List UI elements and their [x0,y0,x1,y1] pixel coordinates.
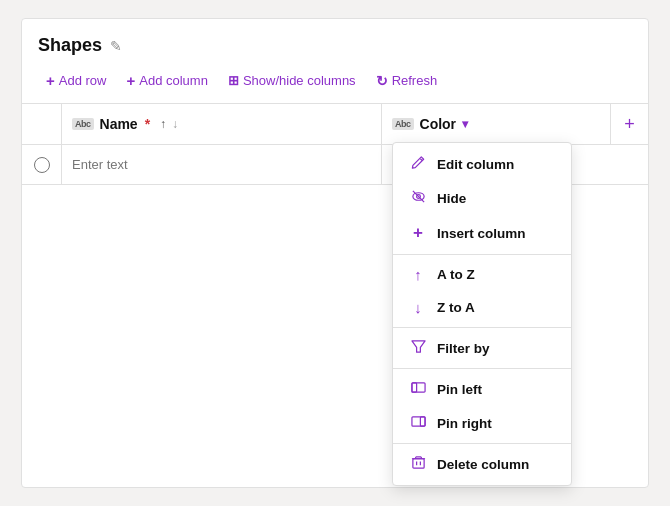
svg-rect-6 [411,417,424,426]
menu-item-a-to-z[interactable]: ↑ A to Z [393,258,571,291]
menu-item-insert-column[interactable]: + Insert column [393,215,571,251]
row-radio-cell [22,145,62,184]
menu-label-edit-column: Edit column [437,157,514,172]
refresh-button[interactable]: ↻ Refresh [368,69,446,93]
add-column-plus-button[interactable]: + [610,104,648,144]
sort-asc-icon[interactable]: ↑ [160,117,166,131]
filter-icon [409,339,427,357]
panel-title: Shapes [38,35,102,56]
menu-item-pin-left[interactable]: Pin left [393,372,571,406]
menu-label-pin-right: Pin right [437,416,492,431]
menu-item-filter-by[interactable]: Filter by [393,331,571,365]
menu-label-pin-left: Pin left [437,382,482,397]
divider-2 [393,327,571,328]
menu-label-filter-by: Filter by [437,341,490,356]
show-hide-button[interactable]: ⊞ Show/hide columns [220,69,364,92]
color-type-icon: Abc [392,118,414,130]
shapes-panel: Shapes ✎ + Add row + Add column ⊞ Show/h… [21,18,649,488]
show-hide-label: Show/hide columns [243,73,356,88]
menu-label-insert-column: Insert column [437,226,526,241]
refresh-label: Refresh [392,73,438,88]
sort-desc-icon[interactable]: ↓ [172,117,178,131]
add-row-button[interactable]: + Add row [38,68,114,93]
divider-3 [393,368,571,369]
plus-icon-2: + [126,72,135,89]
name-type-icon: Abc [72,118,94,130]
svg-marker-3 [411,341,424,352]
color-column-header: Abc Color ▾ Edit column [382,104,610,144]
menu-item-z-to-a[interactable]: ↓ Z to A [393,291,571,324]
pin-left-icon [409,380,427,398]
menu-item-pin-right[interactable]: Pin right [393,406,571,440]
panel-header: Shapes ✎ [22,35,648,68]
toolbar: + Add row + Add column ⊞ Show/hide colum… [22,68,648,104]
divider-1 [393,254,571,255]
refresh-icon: ↻ [376,73,388,89]
edit-title-icon[interactable]: ✎ [110,38,122,54]
color-column-label: Color [420,116,457,132]
grid-container: Abc Name * ↑ ↓ Abc Color ▾ [22,104,648,185]
column-dropdown-menu: Edit column Hide + [392,142,572,486]
menu-item-hide[interactable]: Hide [393,181,571,215]
arrow-down-icon: ↓ [409,299,427,316]
plus-icon: + [46,72,55,89]
menu-item-edit-column[interactable]: Edit column [393,147,571,181]
menu-item-delete-column[interactable]: Delete column [393,447,571,481]
eye-off-icon [409,189,427,207]
row-name-cell [62,145,382,184]
name-input[interactable] [72,157,371,172]
name-column-header: Abc Name * ↑ ↓ [62,104,382,144]
grid-header: Abc Name * ↑ ↓ Abc Color ▾ [22,104,648,145]
menu-label-z-to-a: Z to A [437,300,475,315]
pin-right-icon [409,414,427,432]
add-row-label: Add row [59,73,107,88]
svg-rect-8 [412,459,423,468]
divider-4 [393,443,571,444]
insert-column-icon: + [409,223,427,243]
arrow-up-icon: ↑ [409,266,427,283]
trash-icon [409,455,427,473]
svg-rect-7 [420,417,425,426]
add-column-button[interactable]: + Add column [118,68,215,93]
name-column-label: Name [100,116,138,132]
svg-rect-5 [411,383,416,392]
pencil-icon [409,155,427,173]
row-radio-input[interactable] [34,157,50,173]
menu-label-hide: Hide [437,191,466,206]
menu-label-a-to-z: A to Z [437,267,475,282]
svg-rect-4 [411,383,424,392]
required-star: * [145,116,150,132]
header-checkbox-cell [22,104,62,144]
columns-icon: ⊞ [228,73,239,88]
add-column-label: Add column [139,73,208,88]
color-column-chevron[interactable]: ▾ [462,117,468,131]
menu-label-delete-column: Delete column [437,457,529,472]
